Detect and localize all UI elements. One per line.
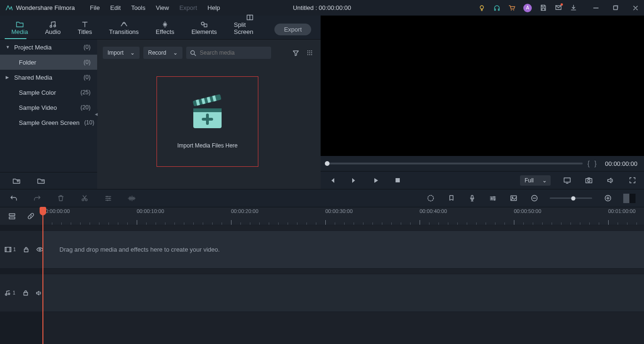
menu-tools[interactable]: Tools	[127, 4, 149, 11]
svg-rect-48	[5, 247, 7, 252]
video-track-body[interactable]: Drag and drop media and effects here to …	[42, 231, 644, 268]
zoom-in-button[interactable]	[603, 193, 613, 204]
menu-edit[interactable]: Edit	[107, 4, 124, 11]
export-button[interactable]: Export	[274, 24, 311, 35]
prev-frame-button[interactable]	[327, 175, 338, 186]
tab-underline	[5, 38, 26, 39]
tab-effects[interactable]: Effects	[147, 19, 183, 39]
svg-rect-4	[614, 6, 618, 9]
marker-button[interactable]	[446, 193, 456, 204]
preview-video[interactable]	[321, 16, 644, 156]
grid-view-icon[interactable]	[305, 48, 315, 58]
sidebar-collapse-handle[interactable]: ◀	[94, 109, 98, 120]
track-size-toggle[interactable]	[623, 194, 636, 203]
ruler-timecode: 00:00:10:00	[137, 208, 164, 214]
cart-icon[interactable]	[508, 4, 516, 12]
filter-icon[interactable]	[290, 48, 301, 58]
download-icon[interactable]	[570, 4, 577, 12]
tab-elements-label: Elements	[191, 28, 217, 35]
delete-button[interactable]	[56, 193, 66, 204]
record-dropdown[interactable]: Record ⌄	[143, 47, 182, 59]
video-track[interactable]: 1 Drag and drop media and effects here t…	[0, 230, 644, 268]
select-tracks-icon[interactable]	[7, 211, 17, 221]
lightbulb-icon[interactable]	[478, 4, 486, 12]
tab-media[interactable]: Media	[3, 19, 36, 39]
picture-button[interactable]	[508, 193, 519, 204]
voiceover-button[interactable]	[467, 193, 477, 204]
scrubber-handle[interactable]	[325, 161, 330, 166]
svg-point-6	[54, 25, 56, 27]
message-icon[interactable]	[554, 4, 562, 12]
tab-media-label: Media	[11, 28, 28, 35]
video-track-head: 1	[0, 231, 42, 268]
menu-help[interactable]: Help	[204, 4, 224, 11]
redo-button[interactable]	[32, 193, 42, 204]
search-icon	[190, 50, 196, 56]
link-icon[interactable]	[25, 211, 36, 221]
add-folder-icon[interactable]	[11, 176, 22, 186]
svg-point-52	[5, 294, 7, 295]
fullscreen-icon[interactable]	[627, 175, 637, 186]
text-icon	[81, 21, 89, 28]
sidebar-label: Sample Color	[19, 89, 56, 96]
user-avatar[interactable]: A	[523, 4, 532, 12]
minimize-icon[interactable]	[592, 4, 600, 12]
title-bar: Wondershare Filmora File Edit Tools View…	[0, 0, 644, 16]
display-icon[interactable]	[562, 175, 572, 186]
sidebar-item-sample-green-screen[interactable]: Sample Green Screen (10)	[0, 115, 97, 130]
menu-file[interactable]: File	[86, 4, 104, 11]
sidebar-item-folder[interactable]: Folder (0)	[0, 55, 97, 70]
sidebar-item-project-media[interactable]: ▼ Project Media (0)	[0, 40, 97, 55]
next-frame-button[interactable]	[349, 175, 359, 186]
svg-rect-28	[564, 178, 570, 182]
svg-rect-49	[10, 247, 11, 252]
maximize-icon[interactable]	[612, 4, 619, 12]
zoom-out-button[interactable]	[529, 193, 539, 204]
mark-out-button[interactable]: }	[594, 160, 597, 167]
menu-export[interactable]: Export	[175, 4, 201, 11]
search-input[interactable]	[200, 49, 261, 56]
lock-icon[interactable]	[24, 245, 29, 255]
remove-folder-icon[interactable]	[36, 176, 46, 186]
import-dropdown[interactable]: Import ⌄	[103, 47, 140, 59]
preview-scrubber[interactable]	[327, 163, 583, 164]
sidebar-item-shared-media[interactable]: ▶ Shared Media (0)	[0, 70, 97, 85]
undo-button[interactable]	[8, 193, 19, 204]
volume-icon[interactable]	[605, 175, 616, 186]
headphones-icon[interactable]	[493, 4, 501, 12]
audio-wave-button[interactable]	[126, 193, 137, 204]
audio-track-body[interactable]	[42, 274, 644, 311]
tab-split-screen[interactable]: Split Screen	[225, 12, 274, 39]
tab-titles-label: Titles	[78, 28, 92, 35]
timeline-ruler[interactable]: 00:00:00:00 00:00:10:00 00:00:20:00 00:0…	[42, 207, 644, 225]
preview-quality-dropdown[interactable]: Full ⌄	[520, 175, 551, 186]
audio-track[interactable]: 1	[0, 274, 644, 311]
sidebar-count: (20)	[81, 104, 91, 111]
render-button[interactable]	[425, 193, 436, 204]
save-icon[interactable]	[539, 4, 547, 12]
stop-button[interactable]	[392, 175, 403, 186]
tab-titles[interactable]: Titles	[69, 19, 101, 39]
zoom-slider[interactable]	[550, 197, 592, 199]
tab-transitions[interactable]: Transitions	[100, 19, 147, 39]
search-media[interactable]	[186, 47, 271, 59]
sidebar-item-sample-video[interactable]: Sample Video (20)	[0, 100, 97, 115]
lock-icon[interactable]	[23, 288, 28, 298]
zoom-knob[interactable]	[571, 196, 575, 200]
folder-icon	[16, 21, 24, 28]
import-drop-zone[interactable]: Import Media Files Here	[157, 76, 258, 167]
speaker-icon[interactable]	[36, 288, 42, 298]
tab-audio[interactable]: Audio	[36, 19, 69, 39]
sidebar-item-sample-color[interactable]: Sample Color (25)	[0, 85, 97, 100]
mixer-button[interactable]	[487, 193, 498, 204]
mark-in-button[interactable]: {	[587, 160, 590, 167]
adjust-button[interactable]	[103, 193, 113, 204]
play-button[interactable]	[371, 175, 381, 186]
tab-elements[interactable]: Elements	[183, 19, 225, 39]
snapshot-icon[interactable]	[584, 175, 594, 186]
sidebar-count: (0)	[83, 74, 91, 81]
video-track-icon	[5, 247, 11, 252]
split-button[interactable]	[79, 193, 90, 204]
close-icon[interactable]	[632, 4, 639, 12]
menu-view[interactable]: View	[152, 4, 173, 11]
